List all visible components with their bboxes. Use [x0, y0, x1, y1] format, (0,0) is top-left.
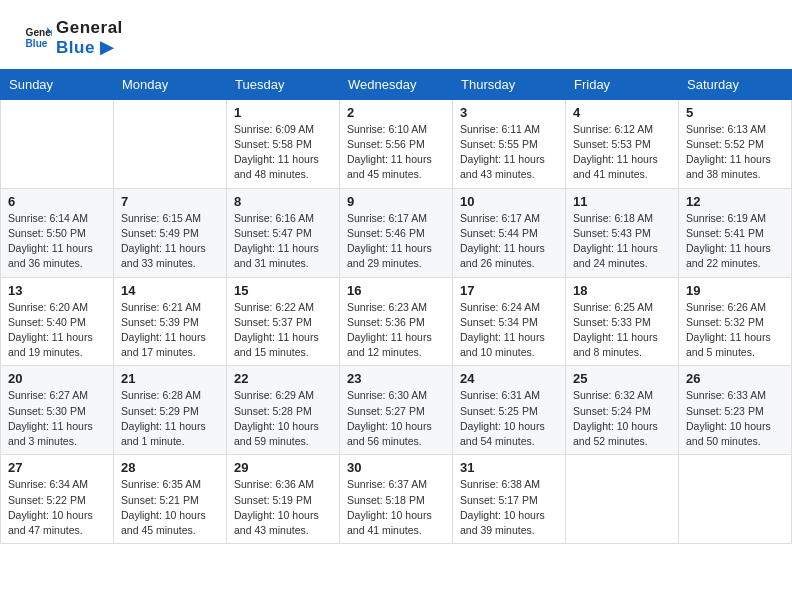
day-info: Sunrise: 6:33 AM Sunset: 5:23 PM Dayligh…	[686, 388, 784, 449]
day-number: 17	[460, 283, 558, 298]
calendar-cell: 3Sunrise: 6:11 AM Sunset: 5:55 PM Daylig…	[453, 99, 566, 188]
day-info: Sunrise: 6:25 AM Sunset: 5:33 PM Dayligh…	[573, 300, 671, 361]
day-number: 11	[573, 194, 671, 209]
day-info: Sunrise: 6:22 AM Sunset: 5:37 PM Dayligh…	[234, 300, 332, 361]
day-number: 8	[234, 194, 332, 209]
day-info: Sunrise: 6:19 AM Sunset: 5:41 PM Dayligh…	[686, 211, 784, 272]
day-info: Sunrise: 6:10 AM Sunset: 5:56 PM Dayligh…	[347, 122, 445, 183]
day-number: 27	[8, 460, 106, 475]
day-number: 31	[460, 460, 558, 475]
calendar-cell: 14Sunrise: 6:21 AM Sunset: 5:39 PM Dayli…	[114, 277, 227, 366]
calendar-cell	[566, 455, 679, 544]
calendar-cell: 4Sunrise: 6:12 AM Sunset: 5:53 PM Daylig…	[566, 99, 679, 188]
day-info: Sunrise: 6:35 AM Sunset: 5:21 PM Dayligh…	[121, 477, 219, 538]
calendar-cell: 20Sunrise: 6:27 AM Sunset: 5:30 PM Dayli…	[1, 366, 114, 455]
day-number: 22	[234, 371, 332, 386]
day-number: 30	[347, 460, 445, 475]
day-number: 19	[686, 283, 784, 298]
day-info: Sunrise: 6:34 AM Sunset: 5:22 PM Dayligh…	[8, 477, 106, 538]
day-info: Sunrise: 6:16 AM Sunset: 5:47 PM Dayligh…	[234, 211, 332, 272]
day-info: Sunrise: 6:24 AM Sunset: 5:34 PM Dayligh…	[460, 300, 558, 361]
calendar-cell: 23Sunrise: 6:30 AM Sunset: 5:27 PM Dayli…	[340, 366, 453, 455]
day-number: 26	[686, 371, 784, 386]
calendar-week-4: 20Sunrise: 6:27 AM Sunset: 5:30 PM Dayli…	[1, 366, 792, 455]
calendar-table: SundayMondayTuesdayWednesdayThursdayFrid…	[0, 69, 792, 544]
day-info: Sunrise: 6:15 AM Sunset: 5:49 PM Dayligh…	[121, 211, 219, 272]
calendar-cell: 28Sunrise: 6:35 AM Sunset: 5:21 PM Dayli…	[114, 455, 227, 544]
calendar-cell: 24Sunrise: 6:31 AM Sunset: 5:25 PM Dayli…	[453, 366, 566, 455]
day-number: 15	[234, 283, 332, 298]
calendar-cell: 13Sunrise: 6:20 AM Sunset: 5:40 PM Dayli…	[1, 277, 114, 366]
calendar-cell: 1Sunrise: 6:09 AM Sunset: 5:58 PM Daylig…	[227, 99, 340, 188]
day-number: 16	[347, 283, 445, 298]
day-number: 13	[8, 283, 106, 298]
weekday-header-row: SundayMondayTuesdayWednesdayThursdayFrid…	[1, 69, 792, 99]
calendar-cell	[679, 455, 792, 544]
weekday-header-saturday: Saturday	[679, 69, 792, 99]
calendar-cell: 27Sunrise: 6:34 AM Sunset: 5:22 PM Dayli…	[1, 455, 114, 544]
calendar-cell: 22Sunrise: 6:29 AM Sunset: 5:28 PM Dayli…	[227, 366, 340, 455]
weekday-header-thursday: Thursday	[453, 69, 566, 99]
calendar-cell: 29Sunrise: 6:36 AM Sunset: 5:19 PM Dayli…	[227, 455, 340, 544]
day-number: 10	[460, 194, 558, 209]
calendar-cell: 12Sunrise: 6:19 AM Sunset: 5:41 PM Dayli…	[679, 188, 792, 277]
day-number: 9	[347, 194, 445, 209]
day-number: 1	[234, 105, 332, 120]
weekday-header-tuesday: Tuesday	[227, 69, 340, 99]
day-number: 4	[573, 105, 671, 120]
weekday-header-wednesday: Wednesday	[340, 69, 453, 99]
weekday-header-sunday: Sunday	[1, 69, 114, 99]
day-info: Sunrise: 6:11 AM Sunset: 5:55 PM Dayligh…	[460, 122, 558, 183]
calendar-cell	[1, 99, 114, 188]
day-number: 20	[8, 371, 106, 386]
day-number: 14	[121, 283, 219, 298]
day-info: Sunrise: 6:29 AM Sunset: 5:28 PM Dayligh…	[234, 388, 332, 449]
calendar-week-2: 6Sunrise: 6:14 AM Sunset: 5:50 PM Daylig…	[1, 188, 792, 277]
day-number: 6	[8, 194, 106, 209]
calendar-cell: 10Sunrise: 6:17 AM Sunset: 5:44 PM Dayli…	[453, 188, 566, 277]
day-info: Sunrise: 6:28 AM Sunset: 5:29 PM Dayligh…	[121, 388, 219, 449]
calendar-cell: 8Sunrise: 6:16 AM Sunset: 5:47 PM Daylig…	[227, 188, 340, 277]
day-number: 21	[121, 371, 219, 386]
day-info: Sunrise: 6:18 AM Sunset: 5:43 PM Dayligh…	[573, 211, 671, 272]
day-info: Sunrise: 6:12 AM Sunset: 5:53 PM Dayligh…	[573, 122, 671, 183]
calendar-cell: 18Sunrise: 6:25 AM Sunset: 5:33 PM Dayli…	[566, 277, 679, 366]
page-header: General Blue General Blue ▶	[0, 0, 792, 69]
logo-blue: Blue ▶	[56, 38, 123, 58]
calendar-cell	[114, 99, 227, 188]
calendar-cell: 9Sunrise: 6:17 AM Sunset: 5:46 PM Daylig…	[340, 188, 453, 277]
day-number: 2	[347, 105, 445, 120]
day-info: Sunrise: 6:38 AM Sunset: 5:17 PM Dayligh…	[460, 477, 558, 538]
day-number: 28	[121, 460, 219, 475]
calendar-cell: 19Sunrise: 6:26 AM Sunset: 5:32 PM Dayli…	[679, 277, 792, 366]
calendar-cell: 16Sunrise: 6:23 AM Sunset: 5:36 PM Dayli…	[340, 277, 453, 366]
logo-general: General	[56, 18, 123, 38]
calendar-cell: 6Sunrise: 6:14 AM Sunset: 5:50 PM Daylig…	[1, 188, 114, 277]
day-info: Sunrise: 6:30 AM Sunset: 5:27 PM Dayligh…	[347, 388, 445, 449]
day-number: 12	[686, 194, 784, 209]
day-number: 7	[121, 194, 219, 209]
day-number: 23	[347, 371, 445, 386]
weekday-header-monday: Monday	[114, 69, 227, 99]
weekday-header-friday: Friday	[566, 69, 679, 99]
day-number: 24	[460, 371, 558, 386]
day-number: 5	[686, 105, 784, 120]
day-info: Sunrise: 6:13 AM Sunset: 5:52 PM Dayligh…	[686, 122, 784, 183]
day-info: Sunrise: 6:32 AM Sunset: 5:24 PM Dayligh…	[573, 388, 671, 449]
calendar-cell: 30Sunrise: 6:37 AM Sunset: 5:18 PM Dayli…	[340, 455, 453, 544]
calendar-cell: 2Sunrise: 6:10 AM Sunset: 5:56 PM Daylig…	[340, 99, 453, 188]
day-number: 3	[460, 105, 558, 120]
day-info: Sunrise: 6:23 AM Sunset: 5:36 PM Dayligh…	[347, 300, 445, 361]
day-info: Sunrise: 6:14 AM Sunset: 5:50 PM Dayligh…	[8, 211, 106, 272]
logo: General Blue General Blue ▶	[24, 18, 123, 59]
day-info: Sunrise: 6:31 AM Sunset: 5:25 PM Dayligh…	[460, 388, 558, 449]
calendar-cell: 26Sunrise: 6:33 AM Sunset: 5:23 PM Dayli…	[679, 366, 792, 455]
calendar-cell: 7Sunrise: 6:15 AM Sunset: 5:49 PM Daylig…	[114, 188, 227, 277]
svg-text:Blue: Blue	[26, 39, 48, 50]
day-number: 18	[573, 283, 671, 298]
day-info: Sunrise: 6:21 AM Sunset: 5:39 PM Dayligh…	[121, 300, 219, 361]
day-info: Sunrise: 6:37 AM Sunset: 5:18 PM Dayligh…	[347, 477, 445, 538]
day-info: Sunrise: 6:09 AM Sunset: 5:58 PM Dayligh…	[234, 122, 332, 183]
calendar-cell: 5Sunrise: 6:13 AM Sunset: 5:52 PM Daylig…	[679, 99, 792, 188]
calendar-cell: 21Sunrise: 6:28 AM Sunset: 5:29 PM Dayli…	[114, 366, 227, 455]
